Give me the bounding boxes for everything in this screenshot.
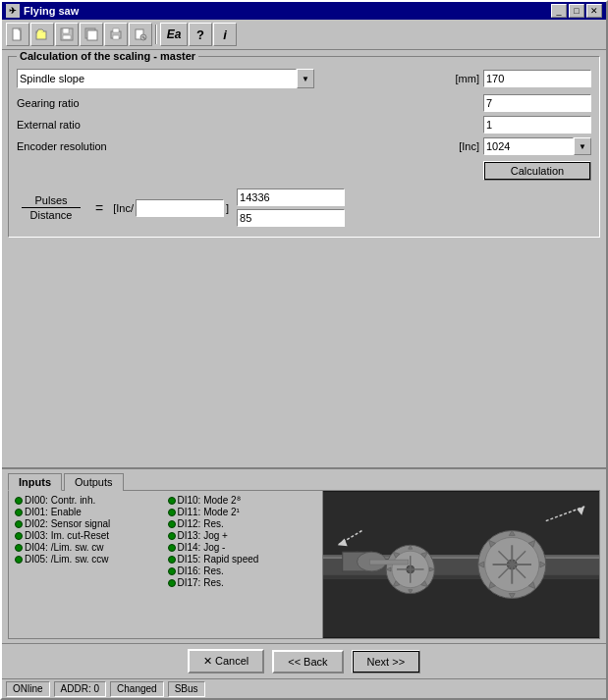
inc-mm-label: [Inc/	[113, 202, 134, 214]
spindle-select-container[interactable]: Spindle slope ▼	[17, 69, 314, 88]
di10-indicator	[168, 497, 176, 505]
tabs-bar: Inputs Outputs	[2, 469, 606, 490]
list-item: DI15: Rapid speed	[168, 554, 317, 565]
svg-rect-4	[63, 28, 69, 33]
changed-status: Changed	[110, 681, 164, 697]
result-top-input[interactable]	[237, 188, 345, 206]
list-item: DI12: Res.	[168, 518, 317, 529]
cancel-button[interactable]: ✕ Cancel	[188, 649, 264, 673]
help-button[interactable]: ?	[189, 23, 212, 46]
mm-value-input[interactable]	[483, 70, 591, 87]
tab-outputs[interactable]: Outputs	[64, 473, 124, 491]
di15-indicator	[168, 556, 176, 564]
bus-status: SBus	[168, 681, 205, 697]
di02-label: DI02: Sensor signal	[25, 518, 110, 529]
bottom-section: Inputs Outputs DI00: Contr. inh. DI01: E…	[2, 467, 606, 643]
encoder-dropdown-button[interactable]: ▼	[574, 137, 591, 155]
print-preview-button[interactable]	[129, 23, 152, 46]
encoder-unit-label: [Inc]	[459, 140, 479, 152]
close-button[interactable]: ✕	[586, 4, 602, 18]
inc-mm-input[interactable]	[136, 199, 224, 217]
fraction-numerator: Pulses	[34, 194, 67, 206]
di17-indicator	[168, 579, 176, 587]
minimize-button[interactable]: _	[551, 4, 567, 18]
svg-rect-10	[113, 35, 119, 39]
back-button[interactable]: << Back	[272, 650, 343, 673]
di14-indicator	[168, 544, 176, 552]
group-title: Calculation of the scaling - master	[17, 50, 198, 62]
di11-indicator	[168, 509, 176, 516]
toolbar: Ea ? i	[2, 20, 606, 50]
maximize-button[interactable]: □	[569, 4, 584, 18]
bracket-close: ]	[226, 202, 229, 214]
io-columns: DI00: Contr. inh. DI01: Enable DI02: Sen…	[15, 495, 316, 589]
list-item: DI16: Res.	[168, 565, 317, 576]
di15-label: DI15: Rapid speed	[178, 554, 259, 565]
svg-rect-7	[87, 30, 97, 40]
di13-indicator	[168, 532, 176, 540]
io-left-col: DI00: Contr. inh. DI01: Enable DI02: Sen…	[15, 495, 164, 589]
encoder-resolution-row: Encoder resolution [Inc] 1024 ▼	[17, 137, 591, 155]
list-item: DI04: /Lim. sw. cw	[15, 542, 164, 553]
spindle-dropdown-button[interactable]: ▼	[297, 69, 314, 88]
window-icon: ✈	[6, 4, 20, 18]
fraction-denominator: Distance	[30, 209, 73, 221]
ea-button[interactable]: Ea	[160, 23, 188, 46]
result-inputs	[237, 188, 345, 227]
io-left-panel: DI00: Contr. inh. DI01: Enable DI02: Sen…	[9, 491, 323, 638]
encoder-resolution-label: Encoder resolution	[17, 140, 144, 152]
di00-label: DI00: Contr. inh.	[25, 495, 95, 506]
mm-unit-label: [mm]	[456, 73, 479, 84]
window-title: Flying saw	[24, 5, 79, 17]
list-item: DI11: Mode 2¹	[168, 507, 317, 517]
open-button[interactable]	[30, 23, 54, 46]
io-panel: DI00: Contr. inh. DI01: Enable DI02: Sen…	[8, 490, 600, 639]
footer-buttons: ✕ Cancel << Back Next >>	[2, 643, 606, 678]
status-bar: ONline ADDR: 0 Changed SBus	[2, 678, 606, 698]
gearing-ratio-label: Gearing ratio	[17, 97, 144, 109]
di10-label: DI10: Mode 2⁸	[178, 495, 241, 506]
title-bar: ✈ Flying saw _ □ ✕	[2, 2, 606, 20]
di01-indicator	[15, 509, 23, 516]
spindle-select[interactable]: Spindle slope	[17, 69, 297, 88]
list-item: DI02: Sensor signal	[15, 518, 164, 529]
calculation-button[interactable]: Calculation	[483, 161, 591, 181]
di03-label: DI03: Im. cut-Reset	[25, 530, 109, 541]
save-button[interactable]	[55, 23, 79, 46]
print-button[interactable]	[104, 23, 128, 46]
toolbar-separator-1	[155, 25, 157, 44]
new-button[interactable]	[6, 23, 29, 46]
saw-illustration-panel	[323, 491, 599, 638]
di04-label: DI04: /Lim. sw. cw	[25, 542, 104, 553]
fraction-line	[22, 207, 81, 208]
di13-label: DI13: Jog +	[178, 530, 228, 541]
list-item: DI01: Enable	[15, 507, 164, 517]
fraction-area: Pulses Distance = [Inc/ ]	[17, 188, 591, 227]
save-copy-button[interactable]	[80, 23, 103, 46]
list-item: DI17: Res.	[168, 577, 317, 588]
next-button[interactable]: Next >>	[352, 650, 421, 673]
tab-inputs[interactable]: Inputs	[8, 473, 62, 491]
list-item: DI10: Mode 2⁸	[168, 495, 317, 506]
di17-label: DI17: Res.	[178, 577, 224, 588]
external-ratio-label: External ratio	[17, 119, 144, 131]
di16-indicator	[168, 567, 176, 575]
gearing-ratio-row: Gearing ratio	[17, 94, 591, 112]
di00-indicator	[15, 497, 23, 505]
di02-indicator	[15, 520, 23, 528]
di12-label: DI12: Res.	[178, 518, 224, 529]
list-item: DI05: /Lim. sw. ccw	[15, 554, 164, 565]
svg-rect-5	[63, 35, 71, 39]
encoder-resolution-select[interactable]: 1024	[483, 137, 574, 155]
result-bottom-input[interactable]	[237, 209, 345, 227]
list-item: DI13: Jog +	[168, 530, 317, 541]
gearing-ratio-input[interactable]	[483, 94, 591, 112]
svg-rect-9	[113, 28, 119, 32]
external-ratio-input[interactable]	[483, 116, 591, 134]
info-button[interactable]: i	[213, 23, 237, 46]
di01-label: DI01: Enable	[25, 507, 82, 517]
online-status: ONline	[6, 681, 50, 697]
spindle-row: Spindle slope ▼ [mm]	[17, 69, 591, 88]
di05-indicator	[15, 556, 23, 564]
addr-status: ADDR: 0	[54, 681, 106, 697]
